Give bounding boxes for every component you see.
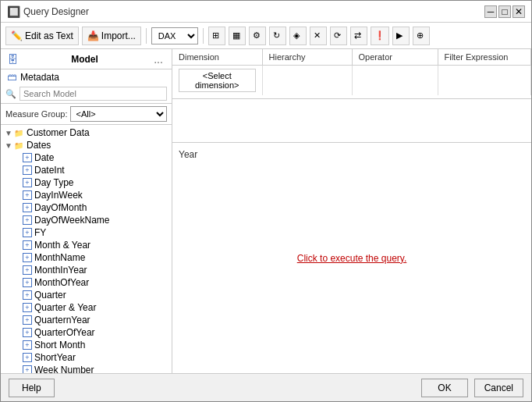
tree-label: Day Type [34,177,73,188]
tree-label: QuarternYear [34,315,90,326]
ok-button[interactable]: OK [421,379,467,397]
tree-label: MonthOfYear [34,277,89,288]
tree-item-shortyear[interactable]: + ShortYear [1,351,172,364]
title-bar-left: 🔲 Query Designer [7,5,89,18]
tree-item-dateint[interactable]: + DateInt [1,164,172,176]
tree-label: MonthName [34,252,85,263]
plus-icon: + [23,178,32,187]
metadata-item[interactable]: 🗃 Metadata [1,69,172,84]
toolbar-icon-3[interactable]: ⚙ [249,27,266,45]
plus-icon: + [23,353,32,362]
panel-more-button[interactable]: ... [151,52,165,66]
tree-item-dayofweekname[interactable]: + DayOfWeekName [1,214,172,226]
folder-icon: 📁 [13,127,24,138]
toolbar-icon-5[interactable]: ◈ [289,27,307,45]
tree-item-weeknumber[interactable]: + Week Number [1,364,172,373]
tree-item-customer-data[interactable]: ▼ 📁 Customer Data [1,126,172,139]
tree-label: Customer Data [27,127,90,138]
plus-icon: + [23,253,32,262]
tree-item-monthinyear[interactable]: + MonthInYear [1,264,172,276]
plus-icon: + [23,290,32,300]
toolbar-icon-4[interactable]: ↻ [269,27,286,45]
toolbar-icon-2[interactable]: ▦ [229,27,246,45]
close-button[interactable]: ✕ [512,5,525,18]
tree-item-monthname[interactable]: + MonthName [1,251,172,264]
execute-query-link[interactable]: Click to execute the query. [297,253,407,264]
col-hierarchy: Hierarchy [262,49,352,66]
tree-item-shortmonth[interactable]: + Short Month [1,339,172,351]
window-icon: 🔲 [7,5,20,18]
col-operator: Operator [352,49,438,66]
measure-group-label: Measure Group: [5,109,67,119]
plus-icon: + [23,315,32,325]
search-input[interactable] [20,87,167,101]
left-panel: 🗄 Model ... 🗃 Metadata 🔍 Measure Group: … [1,49,172,373]
plus-icon: + [23,328,32,337]
tree-label: DateInt [34,165,65,176]
tree-item-date[interactable]: + Date [1,151,172,164]
help-button[interactable]: Help [9,379,55,397]
filter-expr-cell [438,66,531,96]
tree-item-monthofyear[interactable]: + MonthOfYear [1,276,172,289]
tree-label: FY [34,227,46,238]
toolbar-icon-1[interactable]: ⊞ [208,27,225,45]
toolbar-icon-9[interactable]: ❗ [371,27,389,45]
maximize-button[interactable]: □ [498,5,511,18]
measure-group: Measure Group: <All> [1,104,172,125]
plus-icon: + [23,165,32,175]
search-box: 🔍 [1,84,172,104]
toolbar-icon-8[interactable]: ⇄ [350,27,367,45]
tree-label: Quarter [34,290,66,301]
select-dimension-button[interactable]: <Select dimension> [179,69,256,92]
metadata-label: Metadata [20,72,59,83]
tree-item-fy[interactable]: + FY [1,226,172,239]
import-icon: 📥 [87,30,99,41]
bottom-bar: Help OK Cancel [1,373,531,401]
toolbar-icon-10[interactable]: ▶ [392,27,410,45]
toolbar-icon-7[interactable]: ⟳ [330,27,347,45]
plus-icon: + [23,278,32,287]
tree-label: MonthInYear [34,265,87,276]
toolbar: ✏️ Edit as Text 📥 Import... DAX ⊞ ▦ ⚙ ↻ … [1,23,531,49]
import-button[interactable]: 📥 Import... [82,27,141,45]
col-dimension: Dimension [172,49,262,66]
dimension-cell[interactable]: <Select dimension> [172,66,262,96]
tree-item-daytype[interactable]: + Day Type [1,176,172,189]
tree-label: Month & Year [34,240,90,251]
tree-item-quarterofyear[interactable]: + QuarterOfYear [1,326,172,339]
tree-label: DayOfMonth [34,202,87,213]
filter-row-1: <Select dimension> [172,66,531,96]
plus-icon: + [23,215,32,225]
toolbar-icon-6[interactable]: ✕ [310,27,327,45]
operator-cell [352,66,438,96]
tree-item-quarteryear[interactable]: + Quarter & Year [1,301,172,314]
expand-icon: ▼ [4,141,13,150]
tree-item-dates[interactable]: ▼ 📁 Dates [1,139,172,151]
toolbar-icon-11[interactable]: ⊕ [413,27,430,45]
tree-label: ShortYear [34,352,76,363]
plus-icon: + [23,365,32,373]
plus-icon: + [23,190,32,200]
tree-container[interactable]: ▼ 📁 Customer Data ▼ 📁 Dates + Date [1,125,172,373]
tree-item-dayinweek[interactable]: + DayInWeek [1,189,172,201]
tree-label: Quarter & Year [34,302,96,313]
plus-icon: + [23,228,32,237]
edit-as-text-button[interactable]: ✏️ Edit as Text [5,27,79,45]
tree-item-dayofmonth[interactable]: + DayOfMonth [1,201,172,214]
tree-item-quarternyear[interactable]: + QuarternYear [1,314,172,326]
window-title: Query Designer [23,6,89,17]
minimize-button[interactable]: ─ [484,5,497,18]
filter-area: Dimension Hierarchy Operator Filter Expr… [172,49,531,143]
tree-item-monthyear[interactable]: + Month & Year [1,239,172,251]
tree-label: Week Number [34,365,94,373]
expand-icon: ▼ [4,129,13,137]
tree-item-quarter[interactable]: + Quarter [1,289,172,301]
cancel-button[interactable]: Cancel [474,379,523,397]
metadata-icon: 🗃 [7,71,17,83]
tree-label: QuarterOfYear [34,327,95,338]
year-label: Year [179,149,525,160]
search-icon: 🔍 [5,89,16,99]
measure-group-select[interactable]: <All> [70,106,167,122]
dax-selector[interactable]: DAX [151,27,198,44]
separator-2 [203,28,204,44]
